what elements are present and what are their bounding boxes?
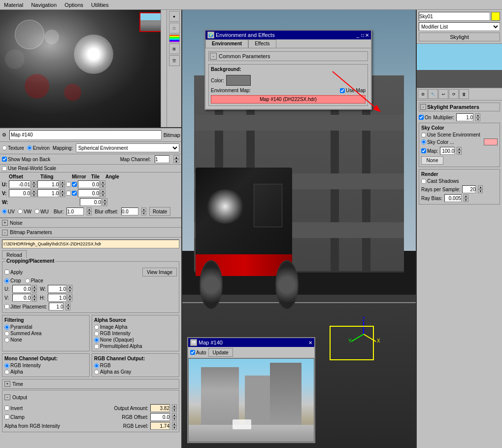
rgb-offset-input[interactable] xyxy=(150,413,170,421)
show-map-checkbox-label[interactable]: Show Map on Back xyxy=(2,157,50,162)
crop-h-input[interactable] xyxy=(48,294,67,302)
v-angle-input[interactable] xyxy=(78,189,100,197)
skylight-params-collapse[interactable]: - xyxy=(420,104,426,110)
rays-input[interactable] xyxy=(462,185,476,193)
v-tile-check[interactable] xyxy=(72,191,77,196)
sky-map-spinner[interactable]: ▲▼ xyxy=(457,147,462,155)
menu-navigation[interactable]: Navigation xyxy=(27,2,61,8)
rp-tool-2[interactable]: 🔧 xyxy=(428,89,438,99)
summed-radio[interactable] xyxy=(4,331,9,336)
on-checkbox[interactable] xyxy=(419,115,424,120)
modifier-list-select[interactable]: Modifier List xyxy=(419,22,500,31)
none-btn[interactable]: None xyxy=(421,156,443,165)
place-radio-label[interactable]: Place xyxy=(25,278,43,283)
premultiplied-checkbox[interactable] xyxy=(94,344,99,349)
sky-map-checkbox-label[interactable]: Map: xyxy=(421,148,438,154)
v-offset-input[interactable] xyxy=(9,189,31,197)
u-tiling-spinner[interactable]: ▲▼ xyxy=(60,180,65,188)
none-filter-radio[interactable] xyxy=(4,338,9,343)
use-scene-env-label[interactable]: Use Scene Environment xyxy=(421,132,498,138)
u-offset-spinner[interactable]: ▲▼ xyxy=(32,180,36,188)
rgb-offset-spinner[interactable]: ▲▼ xyxy=(172,413,177,421)
rays-spinner[interactable]: ▲▼ xyxy=(478,185,483,193)
uv-radio-label[interactable]: UV xyxy=(2,209,15,214)
channel-spinner[interactable]: ▲ ▼ xyxy=(173,155,179,163)
pyramidal-radio[interactable] xyxy=(4,325,9,330)
texture-radio[interactable] xyxy=(2,145,7,150)
preview-tool-2[interactable]: □ xyxy=(169,23,180,34)
noise-section-header[interactable]: + Noise xyxy=(0,218,181,228)
common-params-collapse[interactable]: - xyxy=(210,53,217,60)
rp-tool-3[interactable]: ↩ xyxy=(438,89,448,99)
output-section-header[interactable]: - Output xyxy=(4,392,177,402)
v-offset-spinner[interactable]: ▲▼ xyxy=(32,189,36,197)
v-tiling-input[interactable] xyxy=(37,189,59,197)
vw-radio-label[interactable]: VW xyxy=(18,209,32,214)
output-amount-spinner[interactable]: ▲▼ xyxy=(172,404,177,412)
auto-checkbox-label[interactable]: Auto xyxy=(190,350,206,355)
uv-radio[interactable] xyxy=(2,209,7,214)
u-angle-spinner[interactable]: ▲▼ xyxy=(100,180,105,188)
bitmap-collapse-btn[interactable]: - xyxy=(2,230,8,236)
update-button[interactable]: Update xyxy=(208,348,233,357)
crop-w-input[interactable] xyxy=(48,285,67,293)
rgb-intensity-alpha-label[interactable]: RGB Intensity xyxy=(94,331,177,336)
multiplier-spinner[interactable]: ▲▼ xyxy=(475,113,480,121)
blur-offset-spinner[interactable]: ▲▼ xyxy=(141,207,146,215)
apply-checkbox[interactable] xyxy=(4,270,9,275)
summed-radio-label[interactable]: Summed Area xyxy=(4,331,87,336)
use-scene-env-radio[interactable] xyxy=(421,133,426,138)
obj-color-indicator[interactable] xyxy=(491,12,500,21)
environ-radio-label[interactable]: Environ xyxy=(27,145,50,151)
blur-spinner[interactable]: ▲▼ xyxy=(87,207,92,215)
rgb-intensity-output-label[interactable]: RGB Intensity xyxy=(4,363,87,368)
w-angle-spinner[interactable]: ▲▼ xyxy=(102,198,107,206)
texture-radio-label[interactable]: Texture xyxy=(2,145,24,151)
rgb-output-radio[interactable] xyxy=(94,363,99,368)
alpha-as-gray-label[interactable]: Alpha as Gray xyxy=(94,369,177,375)
crop-h-spinner[interactable]: ▲▼ xyxy=(67,294,72,302)
jitter-spinner[interactable]: ▲▼ xyxy=(66,303,70,310)
premultiplied-label[interactable]: Premultiplied Alpha xyxy=(94,344,177,349)
apply-checkbox-label[interactable]: Apply xyxy=(4,270,23,275)
rp-tool-5[interactable]: 🗑 xyxy=(459,89,469,99)
menu-utilities[interactable]: Utilities xyxy=(87,2,112,8)
map-name-input[interactable] xyxy=(9,130,162,140)
crop-w-spinner[interactable]: ▲▼ xyxy=(67,285,72,293)
rgb-intensity-alpha-radio[interactable] xyxy=(94,331,99,336)
cast-shadows-checkbox[interactable] xyxy=(421,179,426,184)
rgb-level-input[interactable] xyxy=(150,422,170,430)
output-collapse-btn[interactable]: - xyxy=(4,394,10,400)
u-angle-input[interactable] xyxy=(78,180,100,188)
crop-u-spinner[interactable]: ▲▼ xyxy=(32,285,37,293)
crop-radio-label[interactable]: Crop xyxy=(4,278,21,283)
alpha-output-radio[interactable] xyxy=(4,370,9,375)
bitmap-path-input[interactable] xyxy=(2,240,179,248)
obj-name-input[interactable] xyxy=(419,12,490,21)
alpha-output-label[interactable]: Alpha xyxy=(4,369,87,375)
bitmap-params-header[interactable]: - Bitmap Parameters xyxy=(0,228,181,238)
menu-options[interactable]: Options xyxy=(61,2,87,8)
u-mirror-check[interactable] xyxy=(66,182,71,187)
rp-tool-4[interactable]: ⟳ xyxy=(449,89,459,99)
rp-tool-1[interactable]: ⚙ xyxy=(418,89,428,99)
v-tiling-spinner[interactable]: ▲▼ xyxy=(60,189,65,197)
crop-radio[interactable] xyxy=(4,278,9,283)
show-map-checkbox[interactable] xyxy=(2,157,7,162)
env-dialog-close[interactable]: ✕ xyxy=(365,33,369,38)
tab-effects[interactable]: Effects xyxy=(248,39,276,48)
noise-collapse-btn[interactable]: + xyxy=(2,220,8,226)
blur-input[interactable] xyxy=(67,207,84,215)
env-dialog-minimize[interactable]: _ xyxy=(356,33,359,38)
multiplier-input[interactable] xyxy=(456,113,473,121)
sky-map-checkbox[interactable] xyxy=(421,148,426,153)
u-tiling-input[interactable] xyxy=(37,180,59,188)
none-filter-radio-label[interactable]: None xyxy=(4,337,87,343)
env-map-button[interactable]: Map #140 (DH222SX.hdr) xyxy=(211,95,366,103)
rgb-output-radio-label[interactable]: RGB xyxy=(94,363,177,368)
rgb-level-spinner[interactable]: ▲▼ xyxy=(172,422,177,430)
none-opaque-label[interactable]: None (Opaque) xyxy=(94,337,177,343)
use-real-world-checkbox[interactable] xyxy=(2,166,7,171)
jitter-checkbox[interactable] xyxy=(4,304,9,309)
environ-radio[interactable] xyxy=(27,145,32,150)
